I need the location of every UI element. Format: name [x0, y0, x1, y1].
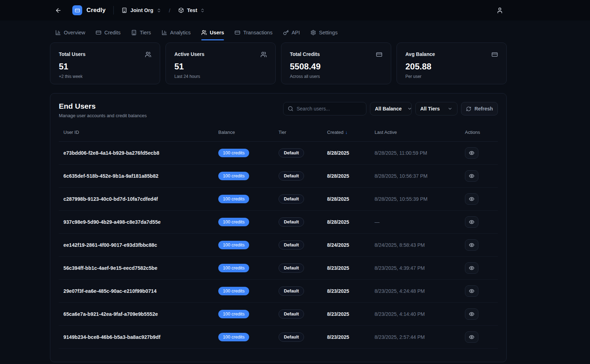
chevrons-up-down-icon	[200, 8, 205, 13]
tier-badge: Default	[279, 309, 304, 319]
tab-tiers[interactable]: Tiers	[131, 30, 151, 40]
project-selector[interactable]: Test	[178, 7, 205, 13]
eye-icon	[469, 150, 474, 156]
table-row: 29e07f3f-ea6e-485c-90ac-e210f99b0714 100…	[59, 280, 498, 303]
view-user-button[interactable]	[465, 216, 478, 228]
created-cell: 8/23/2025	[327, 334, 375, 340]
stat-title: Avg Balance	[405, 51, 435, 57]
eye-icon	[469, 288, 474, 294]
tab-credits[interactable]: Credits	[96, 30, 120, 40]
org-selector[interactable]: Joint Org	[122, 7, 161, 13]
user-id-cell: 6c635def-518b-452e-9b1a-9af181a85b82	[63, 173, 218, 179]
tab-settings[interactable]: Settings	[310, 30, 337, 40]
eye-icon	[469, 265, 474, 271]
tab-label: Users	[210, 30, 224, 35]
table-row: 937c98e9-5d90-4b29-a498-c8e37da7d55e 100…	[59, 211, 498, 234]
tier-filter-select[interactable]: All Tiers	[415, 102, 457, 115]
search-input[interactable]	[297, 106, 362, 112]
table-row: 65ca6e7a-b921-42ea-9faf-a709e9b5552e 100…	[59, 303, 498, 326]
tab-api[interactable]: API	[283, 30, 300, 40]
refresh-label: Refresh	[474, 106, 493, 112]
app-logo[interactable]	[72, 5, 82, 15]
tab-bar: Overview Credits Tiers Analytics Users T…	[55, 28, 590, 40]
view-user-button[interactable]	[465, 239, 478, 251]
stat-title: Total Credits	[290, 51, 320, 57]
last-active-cell: 8/23/2025, 4:14:40 PM	[375, 311, 465, 317]
user-id-cell: 65ca6e7a-b921-42ea-9faf-a709e9b5552e	[63, 311, 218, 317]
stats-row: Total Users 51 +2 this week Active Users…	[50, 42, 507, 84]
tab-overview[interactable]: Overview	[55, 30, 85, 40]
stat-subtitle: +2 this week	[59, 74, 151, 79]
view-user-button[interactable]	[465, 331, 478, 343]
tab-transactions[interactable]: Transactions	[235, 30, 272, 40]
breadcrumb-separator: /	[169, 7, 170, 13]
created-cell: 8/23/2025	[327, 265, 375, 271]
view-user-button[interactable]	[465, 308, 478, 320]
balance-badge: 100 credits	[218, 172, 249, 180]
table-row: 6c635def-518b-452e-9b1a-9af181a85b82 100…	[59, 165, 498, 188]
view-user-button[interactable]	[465, 147, 478, 159]
users-icon	[145, 51, 151, 58]
balance-badge: 100 credits	[218, 241, 249, 249]
view-user-button[interactable]	[465, 285, 478, 297]
created-cell: 8/24/2025	[327, 242, 375, 248]
tier-badge: Default	[279, 332, 304, 342]
tier-badge: Default	[279, 263, 304, 273]
header-divider	[113, 6, 114, 15]
panel-title: End Users	[59, 102, 147, 110]
users-table: User ID Balance Tier Created ↓ Last Acti…	[59, 130, 498, 349]
column-header-created[interactable]: Created ↓	[327, 130, 375, 135]
table-row: ee142f19-2861-4f00-9017-e93d3fbbc88c 100…	[59, 234, 498, 257]
balance-badge: 100 credits	[218, 149, 249, 157]
app-title: Credly	[86, 7, 106, 14]
building-icon	[122, 7, 127, 13]
created-cell: 8/23/2025	[327, 288, 375, 294]
column-header-balance[interactable]: Balance	[218, 130, 279, 135]
view-user-button[interactable]	[465, 262, 478, 274]
created-cell: 8/28/2025	[327, 150, 375, 156]
last-active-cell: 8/28/2025, 11:00:59 PM	[375, 150, 465, 156]
refresh-icon	[466, 106, 471, 112]
credit-card-icon	[75, 8, 80, 13]
account-button[interactable]	[496, 7, 503, 14]
view-user-button[interactable]	[465, 170, 478, 182]
refresh-button[interactable]: Refresh	[461, 102, 498, 115]
column-header-user-id[interactable]: User ID	[63, 130, 218, 135]
column-header-tier[interactable]: Tier	[279, 130, 327, 135]
view-user-button[interactable]	[465, 193, 478, 205]
stat-value: 205.88	[405, 62, 498, 72]
stat-subtitle: Per user	[405, 74, 498, 79]
last-active-cell: 8/23/2025, 2:57:44 PM	[375, 334, 465, 340]
user-id-cell: c287998b-9123-40c0-bd7d-10fa7cdfed4f	[63, 196, 218, 202]
last-active-cell: 8/28/2025, 10:55:39 PM	[375, 196, 465, 202]
tab-analytics[interactable]: Analytics	[162, 30, 191, 40]
tier-filter-value: All Tiers	[420, 106, 442, 112]
last-active-cell: 8/28/2025, 10:56:37 PM	[375, 173, 465, 179]
created-cell: 8/28/2025	[327, 173, 375, 179]
tab-users[interactable]: Users	[201, 30, 224, 40]
balance-filter-select[interactable]: All Balance	[370, 102, 412, 115]
key-icon	[283, 30, 289, 35]
column-header-last-active[interactable]: Last Active	[375, 130, 465, 135]
bar-chart-icon	[55, 30, 61, 35]
bar-chart-icon	[162, 30, 167, 35]
package-icon	[178, 7, 184, 13]
project-selector-label: Test	[187, 7, 197, 13]
stat-value: 5508.49	[290, 62, 382, 72]
stat-subtitle: Across all users	[290, 74, 382, 79]
search-box[interactable]	[283, 102, 366, 115]
last-active-cell: —	[375, 219, 465, 225]
user-id-cell: 937c98e9-5d90-4b29-a498-c8e37da7d55e	[63, 219, 218, 225]
tab-label: Settings	[319, 30, 337, 35]
stat-title: Total Users	[59, 51, 85, 57]
eye-icon	[469, 173, 474, 179]
created-cell: 8/23/2025	[327, 311, 375, 317]
stat-title: Active Users	[174, 51, 204, 57]
tab-label: Overview	[64, 30, 85, 35]
end-users-panel: End Users Manage user accounts and credi…	[50, 93, 507, 362]
tab-label: Tiers	[140, 30, 151, 35]
stat-value: 51	[59, 62, 151, 72]
last-active-cell: 8/23/2025, 4:39:47 PM	[375, 265, 465, 271]
chevron-down-icon	[448, 106, 453, 111]
back-button[interactable]	[53, 5, 63, 15]
